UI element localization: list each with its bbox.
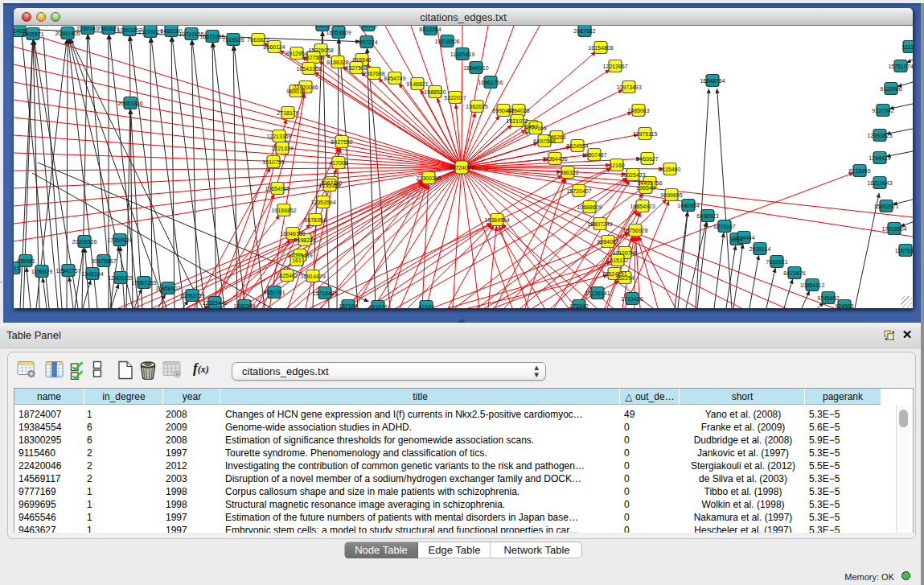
svg-text:8186328: 8186328 bbox=[326, 60, 348, 65]
svg-text:16914479: 16914479 bbox=[300, 274, 325, 279]
svg-text:471676: 471676 bbox=[368, 304, 387, 309]
svg-text:9115460: 9115460 bbox=[659, 167, 681, 172]
svg-text:62160: 62160 bbox=[609, 163, 625, 168]
svg-text:16154808: 16154808 bbox=[588, 45, 613, 51]
svg-text:9327508: 9327508 bbox=[345, 65, 367, 71]
svg-text:7663822: 7663822 bbox=[247, 37, 269, 43]
svg-text:19218506: 19218506 bbox=[434, 39, 459, 44]
svg-text:21364436: 21364436 bbox=[542, 156, 567, 162]
svg-text:8660124: 8660124 bbox=[263, 44, 285, 50]
svg-text:1156829: 1156829 bbox=[31, 269, 53, 274]
svg-text:15692971: 15692971 bbox=[873, 204, 898, 209]
svg-text:17957255: 17957255 bbox=[131, 280, 156, 286]
svg-text:19384554: 19384554 bbox=[484, 217, 509, 223]
svg-text:10025433: 10025433 bbox=[620, 172, 645, 178]
svg-text:1621072: 1621072 bbox=[506, 118, 528, 124]
svg-text:30975867: 30975867 bbox=[91, 258, 116, 264]
svg-text:1588520: 1588520 bbox=[424, 89, 446, 95]
svg-text:16961766: 16961766 bbox=[478, 80, 503, 85]
svg-text:15720407: 15720407 bbox=[566, 188, 591, 194]
svg-text:3915: 3915 bbox=[14, 266, 20, 271]
svg-text:9146821: 9146821 bbox=[406, 81, 428, 87]
svg-text:12093823: 12093823 bbox=[867, 133, 892, 138]
svg-text:12905135: 12905135 bbox=[108, 275, 133, 281]
svg-text:1733426: 1733426 bbox=[621, 296, 643, 302]
svg-text:10973493: 10973493 bbox=[616, 84, 641, 90]
svg-text:9777169: 9777169 bbox=[524, 126, 546, 131]
svg-text:12213369: 12213369 bbox=[266, 134, 291, 139]
svg-text:417006: 417006 bbox=[329, 160, 347, 166]
svg-text:8678354: 8678354 bbox=[304, 217, 326, 223]
svg-text:10120746: 10120746 bbox=[612, 250, 637, 256]
svg-text:1274444: 1274444 bbox=[733, 235, 754, 241]
svg-text:20206526: 20206526 bbox=[72, 239, 97, 245]
svg-text:9084067: 9084067 bbox=[597, 239, 618, 245]
svg-text:6879197: 6879197 bbox=[713, 224, 735, 229]
svg-text:16648784: 16648784 bbox=[700, 78, 725, 84]
svg-text:20691406: 20691406 bbox=[55, 31, 80, 36]
svg-text:1235359: 1235359 bbox=[318, 183, 340, 188]
svg-text:785722: 785722 bbox=[359, 26, 377, 28]
svg-text:17359924: 17359924 bbox=[107, 237, 132, 243]
svg-text:818546: 818546 bbox=[352, 57, 371, 63]
svg-text:10807487: 10807487 bbox=[581, 152, 606, 158]
svg-text:2087682: 2087682 bbox=[573, 28, 595, 34]
svg-text:7515526: 7515526 bbox=[222, 37, 244, 43]
svg-text:10654112: 10654112 bbox=[800, 282, 825, 288]
svg-text:16782759: 16782759 bbox=[179, 293, 204, 299]
svg-text:15226058: 15226058 bbox=[308, 47, 333, 53]
svg-text:12323446: 12323446 bbox=[202, 300, 227, 306]
svg-text:1167533: 1167533 bbox=[895, 248, 913, 253]
svg-text:196549: 196549 bbox=[636, 185, 655, 191]
svg-text:16053: 16053 bbox=[314, 26, 331, 28]
svg-text:1405571: 1405571 bbox=[22, 31, 43, 37]
svg-text:924565: 924565 bbox=[835, 303, 853, 309]
svg-text:12353594: 12353594 bbox=[310, 200, 335, 205]
svg-text:1362615: 1362615 bbox=[466, 104, 487, 109]
svg-text:19654923: 19654923 bbox=[630, 204, 655, 209]
svg-text:9463627: 9463627 bbox=[636, 156, 658, 162]
svg-text:15716485: 15716485 bbox=[312, 290, 337, 296]
svg-text:1615132: 1615132 bbox=[606, 257, 628, 263]
svg-text:6794028: 6794028 bbox=[507, 108, 529, 113]
svg-text:7857224: 7857224 bbox=[355, 39, 377, 45]
svg-text:9457791: 9457791 bbox=[263, 290, 285, 295]
svg-text:1345194: 1345194 bbox=[81, 271, 103, 277]
svg-text:2269140: 2269140 bbox=[76, 26, 98, 31]
svg-text:23300295: 23300295 bbox=[416, 175, 441, 181]
svg-text:1221337: 1221337 bbox=[271, 146, 293, 151]
svg-text:161: 161 bbox=[292, 257, 302, 263]
svg-text:7986322: 7986322 bbox=[556, 170, 578, 175]
svg-text:173342: 173342 bbox=[569, 303, 588, 309]
svg-text:8813054: 8813054 bbox=[419, 27, 441, 32]
svg-text:9699695: 9699695 bbox=[660, 192, 682, 198]
svg-text:252254: 252254 bbox=[615, 275, 634, 281]
svg-text:7485063: 7485063 bbox=[627, 108, 649, 113]
svg-text:8215955: 8215955 bbox=[848, 168, 870, 174]
svg-text:16053809: 16053809 bbox=[326, 30, 351, 35]
svg-text:1640954: 1640954 bbox=[677, 203, 699, 208]
svg-text:20053346: 20053346 bbox=[117, 101, 142, 106]
svg-text:6497568: 6497568 bbox=[533, 138, 555, 144]
svg-text:8427552: 8427552 bbox=[331, 139, 352, 145]
svg-text:10688609: 10688609 bbox=[577, 204, 602, 210]
svg-text:17016504: 17016504 bbox=[881, 226, 906, 232]
svg-text:1244419: 1244419 bbox=[869, 155, 890, 161]
svg-text:16210643: 16210643 bbox=[867, 180, 892, 186]
svg-text:1010755: 1010755 bbox=[262, 159, 284, 165]
svg-text:3624554: 3624554 bbox=[566, 143, 588, 149]
svg-text:11128: 11128 bbox=[902, 44, 913, 50]
svg-text:8454749: 8454749 bbox=[384, 76, 405, 81]
svg-text:9245652: 9245652 bbox=[817, 295, 839, 301]
svg-text:9227342: 9227342 bbox=[872, 108, 893, 113]
svg-text:18724007: 18724007 bbox=[449, 165, 474, 171]
svg-text:19166852: 19166852 bbox=[271, 208, 296, 213]
svg-text:15136141: 15136141 bbox=[585, 290, 610, 296]
svg-text:16671355: 16671355 bbox=[199, 34, 224, 39]
svg-text:157164: 157164 bbox=[339, 303, 357, 309]
svg-text:12975115: 12975115 bbox=[633, 131, 658, 137]
svg-text:16543362: 16543362 bbox=[296, 66, 321, 72]
svg-text:19654905: 19654905 bbox=[265, 186, 290, 192]
svg-text:16046768: 16046768 bbox=[280, 231, 305, 237]
svg-text:18807249: 18807249 bbox=[587, 221, 612, 227]
